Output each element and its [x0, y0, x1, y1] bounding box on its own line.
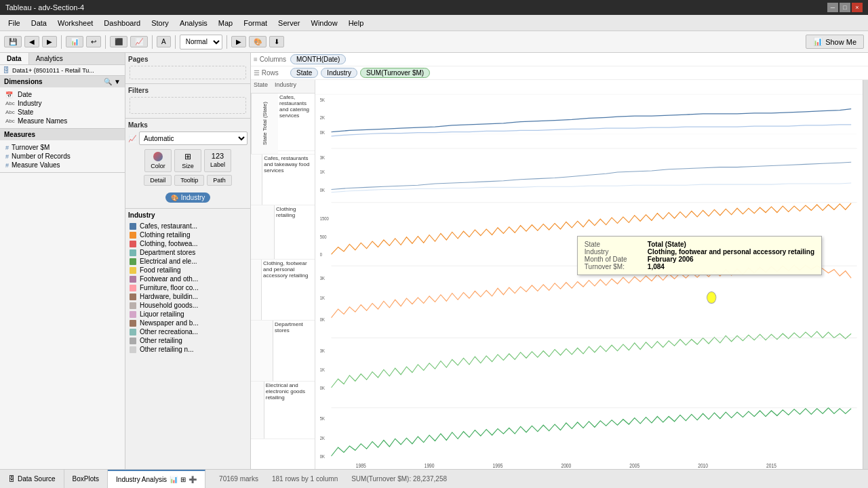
- menu-map[interactable]: Map: [213, 18, 238, 28]
- legend-item-9[interactable]: Household goods...: [128, 301, 248, 310]
- legend-color-7: [130, 285, 136, 291]
- size-button[interactable]: ⊞ Size: [174, 149, 201, 172]
- legend-item-1[interactable]: Clothing retailing: [128, 230, 248, 239]
- legend-item-12[interactable]: Other recreationa...: [128, 327, 248, 336]
- measure-turnover[interactable]: # Turnover $M: [3, 143, 122, 152]
- rows-pill-turnover[interactable]: SUM(Turnover $M): [360, 68, 430, 78]
- show-me-button[interactable]: 📊 Show Me: [806, 35, 864, 49]
- legend-item-0[interactable]: Cafes, restaurant...: [128, 222, 248, 230]
- filters-section: Filters: [125, 84, 250, 119]
- legend-color-1: [130, 232, 136, 239]
- marks-chart-icon: 📈: [128, 135, 136, 142]
- menu-file[interactable]: File: [3, 18, 26, 28]
- pages-box: [130, 66, 246, 79]
- toolbar-back[interactable]: ◀: [24, 36, 39, 47]
- columns-shelf: ≡ Columns MONTH(Date): [251, 53, 868, 66]
- row-department: Department stores: [251, 321, 315, 382]
- svg-text:0K: 0K: [320, 317, 326, 322]
- toolbar-viz2[interactable]: 📈: [130, 36, 148, 47]
- rows-cols: 181 rows by 1 column: [272, 475, 338, 483]
- legend-item-13[interactable]: Other retailing: [128, 336, 248, 345]
- legend-color-13: [130, 338, 136, 344]
- svg-text:1990: 1990: [425, 462, 435, 469]
- toolbar-forward[interactable]: ▶: [42, 36, 57, 47]
- detail-button[interactable]: Detail: [144, 175, 172, 186]
- toolbar-normal-select[interactable]: Normal: [180, 35, 222, 49]
- dim-industry[interactable]: Abc Industry: [3, 99, 122, 108]
- color-button[interactable]: Color: [144, 149, 172, 172]
- tooltip-button[interactable]: Tooltip: [174, 175, 204, 186]
- menu-story[interactable]: Story: [146, 18, 174, 28]
- marks-type-select[interactable]: Automatic: [139, 131, 248, 145]
- row-cafes-takeaway: Cafes, restaurants and takeaway food ser…: [251, 155, 315, 205]
- legend-item-8[interactable]: Hardware, buildin...: [128, 292, 248, 301]
- menu-data[interactable]: Data: [26, 18, 52, 28]
- cafes-takeaway-label: Cafes, restaurants and takeaway food ser…: [262, 155, 315, 205]
- menu-help[interactable]: Help: [343, 18, 370, 28]
- close-button[interactable]: ×: [852, 3, 863, 12]
- tab-datasource[interactable]: 🗄 Data Source: [0, 470, 64, 488]
- minimize-button[interactable]: ─: [827, 3, 838, 12]
- legend-item-5[interactable]: Food retailing: [128, 266, 248, 274]
- toolbar-viz1[interactable]: ⬛: [110, 36, 127, 47]
- measure-values[interactable]: # Measure Values: [3, 161, 122, 169]
- toolbar-font[interactable]: A: [157, 36, 171, 47]
- svg-text:0K: 0K: [320, 187, 326, 192]
- sum-turnover: SUM(Turnover $M): 28,237,258: [351, 475, 447, 483]
- row-clothing: Clothing retailing: [251, 205, 315, 260]
- row-clothing-footwear: Clothing, footwear and personal accessor…: [251, 260, 315, 321]
- legend-item-14[interactable]: Other retailing n...: [128, 345, 248, 354]
- analytics-tab[interactable]: Analytics: [29, 53, 70, 64]
- legend-item-7[interactable]: Furniture, floor co...: [128, 283, 248, 292]
- columns-pill[interactable]: MONTH(Date): [290, 54, 346, 64]
- toolbar-sep2: [105, 35, 106, 49]
- path-button[interactable]: Path: [207, 175, 232, 186]
- measure-records[interactable]: # Number of Records: [3, 152, 122, 161]
- vertical-scrollbar[interactable]: [863, 80, 868, 469]
- data-tab[interactable]: Data: [0, 53, 29, 64]
- tab-boxplots[interactable]: BoxPlots: [64, 470, 108, 488]
- toolbar-undo[interactable]: ↩: [86, 36, 101, 47]
- toolbar-new-ds[interactable]: 📊: [66, 36, 83, 47]
- tab-industry-analysis[interactable]: Industry Analysis 📊 ⊞ ➕: [108, 470, 205, 488]
- dim-state[interactable]: Abc State: [3, 108, 122, 117]
- data-source-item[interactable]: 🗄 Data1+ (8501011 - Retail Tu...: [0, 65, 125, 75]
- chart-main: 5K 2K 0K 3K 1K 0K 1500 500 0: [315, 80, 863, 469]
- measures-content: # Turnover $M # Number of Records # Meas…: [0, 140, 125, 172]
- legend-color-2: [130, 241, 136, 247]
- data-analytics-header: Data Analytics 🗄 Data1+ (8501011 - Retai…: [0, 53, 125, 76]
- industry-pill[interactable]: 🎨 Industry: [165, 192, 211, 203]
- toolbar-sep5: [226, 35, 227, 49]
- menu-worksheet[interactable]: Worksheet: [52, 18, 98, 28]
- menu-analysis[interactable]: Analysis: [174, 18, 213, 28]
- toolbar-save[interactable]: 💾: [4, 36, 22, 47]
- toolbar-present[interactable]: ▶: [231, 36, 246, 47]
- legend-item-3[interactable]: Department stores: [128, 248, 248, 257]
- toolbar-sep3: [152, 35, 153, 49]
- menu-dashboard[interactable]: Dashboard: [98, 18, 146, 28]
- dim-measure-names[interactable]: Abc Measure Names: [3, 117, 122, 125]
- dim-date[interactable]: 📅 Date: [3, 90, 122, 99]
- legend-color-3: [130, 249, 136, 256]
- toolbar-download[interactable]: ⬇: [269, 36, 284, 47]
- toolbar-color[interactable]: 🎨: [249, 36, 267, 47]
- legend-item-6[interactable]: Footwear and oth...: [128, 274, 248, 283]
- label-button[interactable]: 123 Label: [204, 149, 231, 172]
- status-info: 70169 marks 181 rows by 1 column SUM(Tur…: [219, 475, 447, 483]
- rows-pill-industry[interactable]: Industry: [321, 68, 357, 78]
- legend-item-10[interactable]: Liquor retailing: [128, 310, 248, 319]
- legend-item-4[interactable]: Electrical and ele...: [128, 257, 248, 266]
- clothing-footwear-label: Clothing, footwear and personal accessor…: [262, 260, 315, 320]
- maximize-button[interactable]: □: [840, 3, 850, 12]
- menu-server[interactable]: Server: [273, 18, 305, 28]
- legend-item-11[interactable]: Newspaper and b...: [128, 319, 248, 327]
- legend-color-14: [130, 346, 136, 353]
- svg-text:1K: 1K: [320, 169, 326, 175]
- menu-format[interactable]: Format: [238, 18, 273, 28]
- columns-icon: ≡: [254, 56, 258, 63]
- data-source-name: Data1+ (8501011 - Retail Tu...: [12, 67, 94, 74]
- rows-pill-state[interactable]: State: [290, 68, 318, 78]
- menu-window[interactable]: Window: [306, 18, 343, 28]
- legend-item-2[interactable]: Clothing, footwea...: [128, 239, 248, 248]
- svg-text:2K: 2K: [320, 436, 326, 441]
